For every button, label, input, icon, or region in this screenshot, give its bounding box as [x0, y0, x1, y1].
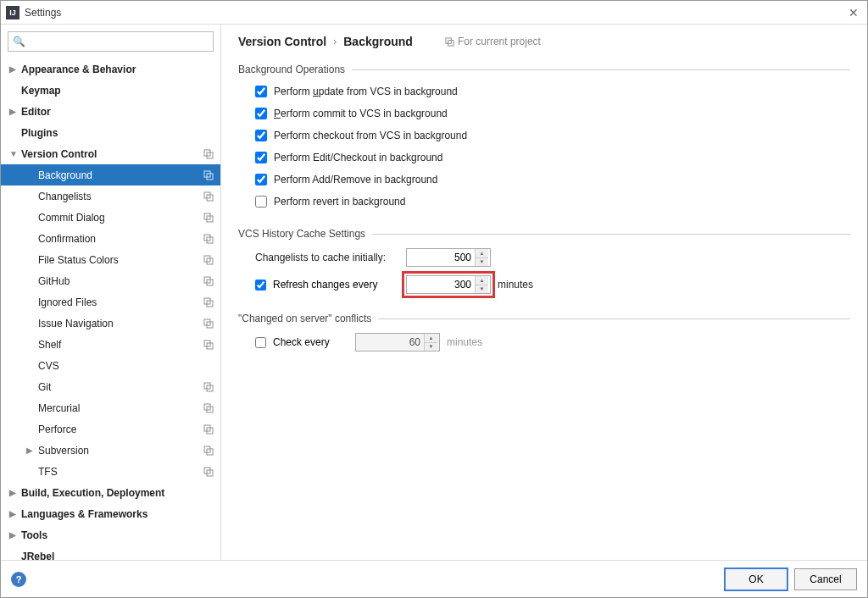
- tree-arrow-icon: ▶: [9, 488, 21, 497]
- tree-item-editor[interactable]: ▶Editor: [1, 101, 220, 122]
- spinner-down-icon[interactable]: ▼: [476, 285, 488, 294]
- tree-item-label: GitHub: [38, 275, 203, 287]
- tree-item-perforce[interactable]: Perforce: [1, 418, 220, 440]
- tree-item-cvs[interactable]: CVS: [1, 355, 220, 376]
- breadcrumb-parent[interactable]: Version Control: [238, 35, 326, 48]
- tree-arrow-icon: ▶: [9, 530, 21, 540]
- refresh-changes-spinner[interactable]: ▲▼: [406, 275, 491, 294]
- bg-op-label[interactable]: Perform checkout from VCS in background: [274, 130, 467, 141]
- tree-item-tools[interactable]: ▶Tools: [1, 524, 220, 545]
- tree-item-jrebel[interactable]: JRebel: [1, 545, 220, 560]
- tree-item-build-execution-deployment[interactable]: ▶Build, Execution, Deployment: [1, 482, 220, 503]
- copy-icon: [203, 149, 214, 159]
- breadcrumb-current: Background: [343, 35, 413, 48]
- changelists-cache-spinner[interactable]: ▲▼: [406, 248, 491, 267]
- tree-item-label: Issue Navigation: [38, 318, 203, 329]
- sidebar: 🔍 ▶Appearance & BehaviorKeymap▶EditorPlu…: [1, 25, 221, 560]
- search-icon: 🔍: [13, 36, 25, 47]
- tree-item-label: Confirmation: [38, 233, 203, 245]
- refresh-changes-input[interactable]: [407, 276, 475, 293]
- tree-item-plugins[interactable]: Plugins: [1, 122, 220, 143]
- tree-arrow-icon: ▶: [26, 446, 38, 455]
- search-input[interactable]: [8, 31, 214, 52]
- footer: ? OK Cancel: [1, 560, 867, 597]
- tree-item-label: Commit Dialog: [38, 212, 203, 224]
- check-every-checkbox[interactable]: [255, 337, 266, 348]
- tree-item-github[interactable]: GitHub: [1, 270, 220, 291]
- refresh-changes-checkbox[interactable]: [255, 280, 266, 291]
- bg-op-checkbox[interactable]: [255, 152, 267, 163]
- check-every-suffix: minutes: [447, 336, 482, 348]
- ok-button[interactable]: OK: [725, 568, 787, 590]
- bg-op-label[interactable]: Perform update from VCS in background: [274, 86, 458, 97]
- check-every-spinner: ▲▼: [355, 333, 440, 352]
- tree-item-shelf[interactable]: Shelf: [1, 334, 220, 355]
- cancel-button[interactable]: Cancel: [794, 568, 857, 590]
- tree-item-label: TFS: [38, 466, 203, 478]
- settings-window: IJ Settings ✕ 🔍 ▶Appearance & BehaviorKe…: [0, 0, 868, 598]
- bg-op-checkbox[interactable]: [255, 108, 267, 119]
- bg-op-label[interactable]: Perform Edit/Checkout in background: [274, 152, 442, 163]
- app-icon: IJ: [6, 6, 19, 19]
- bg-op-label[interactable]: Perform Add/Remove in background: [274, 174, 437, 185]
- spinner-up-icon[interactable]: ▲: [476, 249, 488, 258]
- breadcrumb-separator: ›: [333, 36, 337, 47]
- copy-icon: [203, 382, 214, 392]
- copy-icon: [203, 213, 214, 223]
- settings-tree: ▶Appearance & BehaviorKeymap▶EditorPlugi…: [1, 58, 220, 560]
- tree-item-label: Git: [38, 381, 203, 393]
- tree-item-label: Build, Execution, Deployment: [21, 487, 220, 499]
- tree-item-file-status-colors[interactable]: File Status Colors: [1, 249, 220, 270]
- tree-item-commit-dialog[interactable]: Commit Dialog: [1, 207, 220, 228]
- tree-item-label: Keymap: [21, 85, 220, 97]
- tree-item-label: JRebel: [21, 551, 220, 561]
- tree-item-changelists[interactable]: Changelists: [1, 185, 220, 207]
- tree-item-label: CVS: [38, 360, 220, 372]
- changelists-cache-input[interactable]: [407, 249, 475, 266]
- tree-arrow-icon: ▶: [9, 107, 21, 116]
- copy-icon: [203, 403, 214, 413]
- spinner-up-icon[interactable]: ▲: [476, 276, 488, 285]
- help-icon[interactable]: ?: [11, 572, 26, 587]
- tree-item-languages-frameworks[interactable]: ▶Languages & Frameworks: [1, 503, 220, 524]
- check-every-row: Check every ▲▼ minutes: [255, 331, 850, 353]
- refresh-changes-label: Refresh changes every: [273, 279, 377, 291]
- close-icon[interactable]: ✕: [845, 4, 862, 21]
- bg-op-checkbox[interactable]: [255, 86, 267, 97]
- spinner-up-icon: ▲: [425, 334, 437, 343]
- main-panel: Version Control › Background For current…: [221, 25, 867, 560]
- tree-item-version-control[interactable]: ▼Version Control: [1, 143, 220, 164]
- copy-icon: [445, 37, 454, 47]
- tree-arrow-icon: ▶: [9, 509, 21, 518]
- tree-item-label: Shelf: [38, 339, 203, 351]
- titlebar: IJ Settings ✕: [1, 1, 867, 25]
- tree-item-subversion[interactable]: ▶Subversion: [1, 440, 220, 461]
- tree-item-label: Languages & Frameworks: [21, 508, 220, 520]
- spinner-down-icon[interactable]: ▼: [476, 258, 488, 267]
- tree-item-git[interactable]: Git: [1, 376, 220, 397]
- tree-item-label: Version Control: [21, 148, 203, 160]
- bg-op-checkbox[interactable]: [255, 174, 267, 185]
- tree-item-issue-navigation[interactable]: Issue Navigation: [1, 313, 220, 334]
- tree-item-label: Appearance & Behavior: [21, 64, 220, 75]
- bg-op-label[interactable]: Perform revert in background: [274, 196, 405, 208]
- bg-op-check-row: Perform update from VCS in background: [255, 82, 850, 101]
- tree-item-background[interactable]: Background: [1, 164, 220, 185]
- copy-icon: [203, 340, 214, 350]
- bg-op-label[interactable]: Perform commit to VCS in background: [274, 108, 448, 119]
- tree-item-label: Background: [38, 169, 203, 181]
- tree-item-mercurial[interactable]: Mercurial: [1, 397, 220, 418]
- tree-item-confirmation[interactable]: Confirmation: [1, 228, 220, 249]
- check-every-label: Check every: [273, 336, 330, 348]
- tree-item-ignored-files[interactable]: Ignored Files: [1, 291, 220, 313]
- tree-item-tfs[interactable]: TFS: [1, 461, 220, 482]
- copy-icon: [203, 255, 214, 265]
- tree-item-label: Perforce: [38, 424, 203, 435]
- bg-op-check-row: Perform checkout from VCS in background: [255, 126, 850, 145]
- tree-arrow-icon: ▼: [9, 149, 21, 158]
- bg-op-checkbox[interactable]: [255, 196, 267, 208]
- bg-op-check-row: Perform Add/Remove in background: [255, 170, 850, 189]
- tree-item-keymap[interactable]: Keymap: [1, 80, 220, 101]
- tree-item-appearance-behavior[interactable]: ▶Appearance & Behavior: [1, 58, 220, 80]
- bg-op-checkbox[interactable]: [255, 130, 267, 141]
